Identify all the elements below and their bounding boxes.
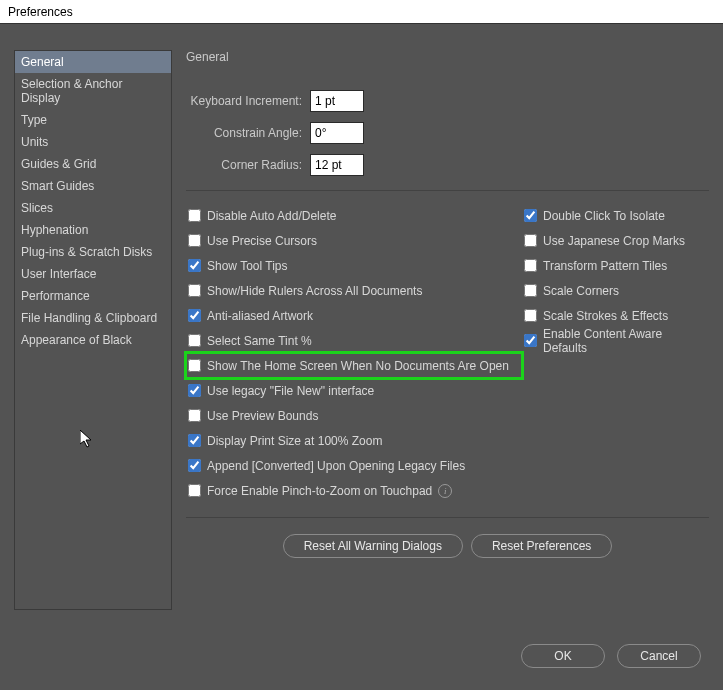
checkbox[interactable] (188, 359, 201, 372)
checkbox-label: Disable Auto Add/Delete (207, 209, 336, 223)
checkbox-label: Force Enable Pinch-to-Zoom on Touchpad (207, 484, 432, 498)
checkbox-label: Scale Corners (543, 284, 619, 298)
checkbox[interactable] (188, 409, 201, 422)
checkbox[interactable] (524, 234, 537, 247)
window-title: Preferences (8, 5, 73, 19)
checkbox-label: Use Japanese Crop Marks (543, 234, 685, 248)
checkbox[interactable] (524, 259, 537, 272)
checkbox[interactable] (188, 334, 201, 347)
divider (186, 517, 709, 518)
sidebar-item-user-interface[interactable]: User Interface (15, 263, 171, 285)
checkbox-row[interactable]: Force Enable Pinch-to-Zoom on Touchpadi (186, 478, 522, 503)
checkbox-row[interactable]: Double Click To Isolate (522, 203, 709, 228)
checkbox-label: Use Precise Cursors (207, 234, 317, 248)
checkbox[interactable] (188, 284, 201, 297)
sidebar-item-guides-grid[interactable]: Guides & Grid (15, 153, 171, 175)
sidebar-item-appearance-of-black[interactable]: Appearance of Black (15, 329, 171, 351)
corner-radius-input[interactable] (310, 154, 364, 176)
sidebar-item-performance[interactable]: Performance (15, 285, 171, 307)
constrain-angle-input[interactable] (310, 122, 364, 144)
reset-preferences-button[interactable]: Reset Preferences (471, 534, 612, 558)
checkbox-label: Double Click To Isolate (543, 209, 665, 223)
checkbox-row[interactable]: Use Japanese Crop Marks (522, 228, 709, 253)
checkbox-row[interactable]: Use Preview Bounds (186, 403, 522, 428)
ok-button[interactable]: OK (521, 644, 605, 668)
checkbox[interactable] (188, 259, 201, 272)
checkbox-row[interactable]: Disable Auto Add/Delete (186, 203, 522, 228)
checkbox-row[interactable]: Display Print Size at 100% Zoom (186, 428, 522, 453)
checkbox-row[interactable]: Transform Pattern Tiles (522, 253, 709, 278)
checkbox-label: Select Same Tint % (207, 334, 312, 348)
sidebar-item-general[interactable]: General (15, 51, 171, 73)
checkbox[interactable] (188, 434, 201, 447)
keyboard-increment-input[interactable] (310, 90, 364, 112)
checkbox-label: Use legacy "File New" interface (207, 384, 374, 398)
divider (186, 190, 709, 191)
checkbox[interactable] (188, 484, 201, 497)
checkbox-row[interactable]: Use Precise Cursors (186, 228, 522, 253)
sidebar-item-type[interactable]: Type (15, 109, 171, 131)
checkbox-label: Enable Content Aware Defaults (543, 327, 709, 355)
checkbox[interactable] (188, 384, 201, 397)
checkbox-label: Scale Strokes & Effects (543, 309, 668, 323)
checkbox[interactable] (188, 459, 201, 472)
preferences-sidebar: GeneralSelection & Anchor DisplayTypeUni… (14, 50, 172, 610)
checkbox[interactable] (524, 334, 537, 347)
checkbox-row[interactable]: Show Tool Tips (186, 253, 522, 278)
sidebar-item-smart-guides[interactable]: Smart Guides (15, 175, 171, 197)
checkbox-label: Display Print Size at 100% Zoom (207, 434, 382, 448)
checkbox[interactable] (188, 209, 201, 222)
window-titlebar: Preferences (0, 0, 723, 24)
info-icon[interactable]: i (438, 484, 452, 498)
corner-radius-label: Corner Radius: (186, 158, 302, 172)
checkbox-row[interactable]: Append [Converted] Upon Opening Legacy F… (186, 453, 522, 478)
checkbox[interactable] (188, 309, 201, 322)
checkbox[interactable] (524, 284, 537, 297)
checkbox-row[interactable]: Enable Content Aware Defaults (522, 328, 709, 353)
checkbox-label: Append [Converted] Upon Opening Legacy F… (207, 459, 465, 473)
checkbox-row[interactable]: Show/Hide Rulers Across All Documents (186, 278, 522, 303)
sidebar-item-slices[interactable]: Slices (15, 197, 171, 219)
checkbox-label: Show/Hide Rulers Across All Documents (207, 284, 422, 298)
checkbox[interactable] (524, 209, 537, 222)
checkbox-row[interactable]: Select Same Tint % (186, 328, 522, 353)
keyboard-increment-label: Keyboard Increment: (186, 94, 302, 108)
sidebar-item-hyphenation[interactable]: Hyphenation (15, 219, 171, 241)
reset-warnings-button[interactable]: Reset All Warning Dialogs (283, 534, 463, 558)
checkbox-label: Anti-aliased Artwork (207, 309, 313, 323)
checkbox-row[interactable]: Use legacy "File New" interface (186, 378, 522, 403)
cancel-button[interactable]: Cancel (617, 644, 701, 668)
checkbox[interactable] (524, 309, 537, 322)
checkbox-label: Use Preview Bounds (207, 409, 318, 423)
section-title: General (186, 50, 709, 64)
sidebar-item-selection-anchor-display[interactable]: Selection & Anchor Display (15, 73, 171, 109)
sidebar-item-file-handling-clipboard[interactable]: File Handling & Clipboard (15, 307, 171, 329)
sidebar-item-units[interactable]: Units (15, 131, 171, 153)
checkbox[interactable] (188, 234, 201, 247)
checkbox-label: Show The Home Screen When No Documents A… (207, 359, 509, 373)
checkbox-label: Transform Pattern Tiles (543, 259, 667, 273)
checkbox-row[interactable]: Anti-aliased Artwork (186, 303, 522, 328)
sidebar-item-plug-ins-scratch-disks[interactable]: Plug-ins & Scratch Disks (15, 241, 171, 263)
checkbox-row[interactable]: Scale Strokes & Effects (522, 303, 709, 328)
constrain-angle-label: Constrain Angle: (186, 126, 302, 140)
checkbox-label: Show Tool Tips (207, 259, 288, 273)
checkbox-row[interactable]: Scale Corners (522, 278, 709, 303)
checkbox-row[interactable]: Show The Home Screen When No Documents A… (186, 353, 522, 378)
